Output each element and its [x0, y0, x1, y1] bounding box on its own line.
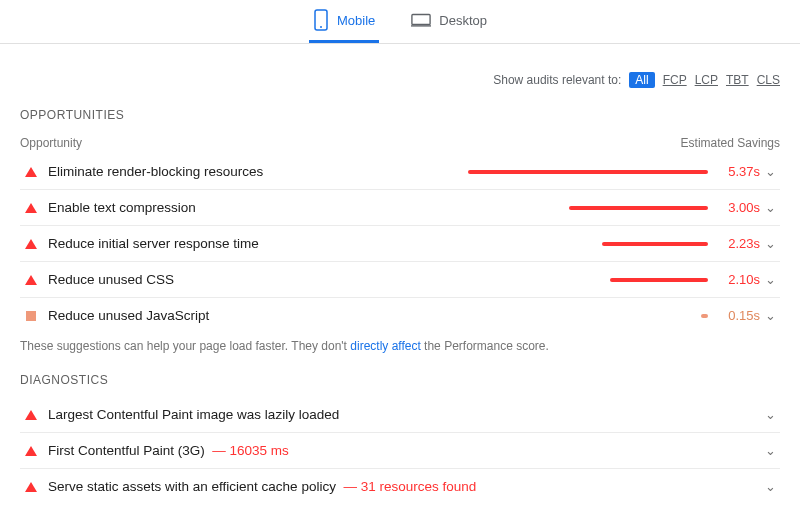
severity-icon [20, 167, 42, 177]
chevron-down-icon: ⌄ [760, 407, 780, 422]
diagnostics-list: Largest Contentful Paint image was lazil… [20, 397, 780, 504]
severity-icon [20, 239, 42, 249]
diagnostic-row[interactable]: Largest Contentful Paint image was lazil… [20, 397, 780, 433]
savings-bar-track [468, 242, 708, 246]
savings-bar [468, 170, 708, 174]
opportunity-label: Reduce unused CSS [42, 272, 468, 287]
filter-lcp[interactable]: LCP [695, 73, 718, 87]
opportunity-row[interactable]: Enable text compression3.00s⌄ [20, 190, 780, 226]
opportunity-row[interactable]: Reduce unused JavaScript0.15s⌄ [20, 298, 780, 333]
opportunity-label: Eliminate render-blocking resources [42, 164, 468, 179]
filter-tbt[interactable]: TBT [726, 73, 749, 87]
device-tabs: Mobile Desktop [0, 0, 800, 44]
savings-bar-track [468, 170, 708, 174]
svg-rect-2 [412, 15, 430, 25]
diagnostic-label: First Contentful Paint (3G) — 16035 ms [42, 443, 760, 458]
diagnostic-label: Serve static assets with an efficient ca… [42, 479, 760, 494]
col-opportunity: Opportunity [20, 136, 82, 150]
opportunity-label: Reduce initial server response time [42, 236, 468, 251]
tab-mobile-label: Mobile [337, 13, 375, 28]
estimated-savings: 5.37s [708, 164, 760, 179]
opportunities-list: Eliminate render-blocking resources5.37s… [20, 154, 780, 333]
opportunities-title: OPPORTUNITIES [20, 108, 780, 122]
severity-icon [20, 410, 42, 420]
filter-fcp[interactable]: FCP [663, 73, 687, 87]
tab-mobile[interactable]: Mobile [309, 0, 379, 43]
severity-icon [20, 311, 42, 321]
opportunity-label: Reduce unused JavaScript [42, 308, 468, 323]
opportunity-row[interactable]: Reduce initial server response time2.23s… [20, 226, 780, 262]
chevron-down-icon: ⌄ [760, 443, 780, 458]
opportunity-row[interactable]: Reduce unused CSS2.10s⌄ [20, 262, 780, 298]
directly-affect-link[interactable]: directly affect [350, 339, 420, 353]
estimated-savings: 3.00s [708, 200, 760, 215]
opportunities-note: These suggestions can help your page loa… [20, 339, 780, 353]
savings-bar [701, 314, 708, 318]
chevron-down-icon: ⌄ [760, 272, 780, 287]
estimated-savings: 0.15s [708, 308, 760, 323]
diagnostic-label: Largest Contentful Paint image was lazil… [42, 407, 760, 422]
diagnostic-metric: — 31 resources found [343, 479, 476, 494]
filter-cls[interactable]: CLS [757, 73, 780, 87]
diagnostic-row[interactable]: Serve static assets with an efficient ca… [20, 469, 780, 504]
estimated-savings: 2.10s [708, 272, 760, 287]
audit-filter-label: Show audits relevant to: [493, 73, 621, 87]
severity-icon [20, 203, 42, 213]
desktop-icon [411, 13, 431, 27]
chevron-down-icon: ⌄ [760, 236, 780, 251]
svg-point-1 [320, 26, 322, 28]
severity-icon [20, 482, 42, 492]
diagnostic-row[interactable]: First Contentful Paint (3G) — 16035 ms⌄ [20, 433, 780, 469]
savings-bar [602, 242, 708, 246]
filter-all[interactable]: All [629, 72, 654, 88]
chevron-down-icon: ⌄ [760, 200, 780, 215]
severity-icon [20, 275, 42, 285]
mobile-icon [313, 9, 329, 31]
savings-bar [610, 278, 708, 282]
tab-desktop-label: Desktop [439, 13, 487, 28]
chevron-down-icon: ⌄ [760, 479, 780, 494]
audit-filter-bar: Show audits relevant to: All FCP LCP TBT… [20, 72, 780, 88]
savings-bar-track [468, 314, 708, 318]
opportunity-row[interactable]: Eliminate render-blocking resources5.37s… [20, 154, 780, 190]
chevron-down-icon: ⌄ [760, 308, 780, 323]
chevron-down-icon: ⌄ [760, 164, 780, 179]
diagnostics-title: DIAGNOSTICS [20, 373, 780, 387]
savings-bar [569, 206, 708, 210]
savings-bar-track [468, 278, 708, 282]
savings-bar-track [468, 206, 708, 210]
tab-desktop[interactable]: Desktop [407, 0, 491, 43]
diagnostic-metric: — 16035 ms [212, 443, 289, 458]
estimated-savings: 2.23s [708, 236, 760, 251]
col-estimated-savings: Estimated Savings [681, 136, 780, 150]
opportunity-label: Enable text compression [42, 200, 468, 215]
opportunities-col-headers: Opportunity Estimated Savings [20, 136, 780, 150]
severity-icon [20, 446, 42, 456]
